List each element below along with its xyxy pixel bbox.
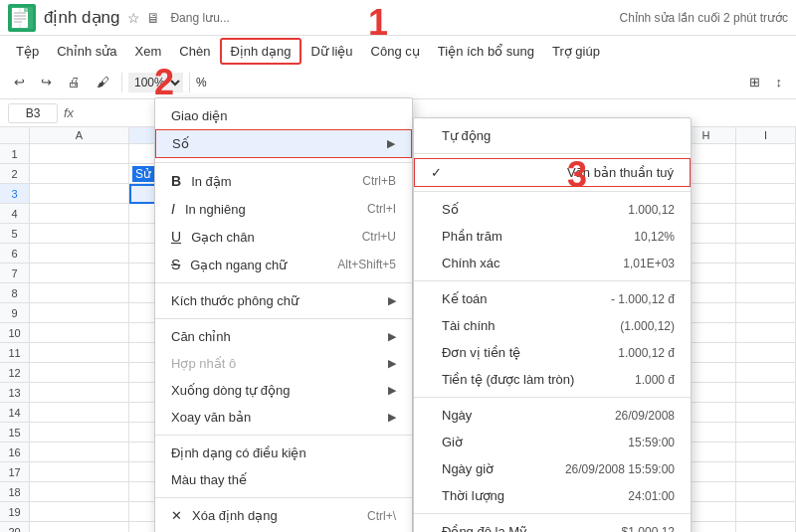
menu-alt-colors[interactable]: Màu thay thế [155, 466, 412, 493]
row-header-14[interactable]: 14 [0, 403, 29, 423]
row-header-4[interactable]: 4 [0, 204, 29, 224]
star-icon[interactable]: ☆ [127, 10, 140, 26]
italic-shortcut: Ctrl+I [347, 202, 396, 216]
cell-reference[interactable]: B3 [8, 103, 58, 123]
print-button[interactable]: 🖨 [62, 72, 87, 92]
cell-a2[interactable] [30, 164, 129, 184]
theme-label: Giao diện [171, 108, 227, 123]
plain-text-label: Văn bản thuần tuý [567, 165, 674, 180]
row-header-13[interactable]: 13 [0, 383, 29, 403]
col-header-i[interactable]: I [736, 127, 796, 143]
menu-view[interactable]: Xem [127, 40, 170, 63]
clear-label: Xóa định dạng [192, 508, 278, 523]
row-header-3[interactable]: 3 [0, 184, 29, 204]
menu-theme[interactable]: Giao diện [155, 102, 412, 129]
menu-tools[interactable]: Công cụ [363, 40, 428, 63]
row-header-16[interactable]: 16 [0, 443, 29, 462]
row-header-8[interactable]: 8 [0, 283, 29, 303]
submenu-scientific[interactable]: Chính xác 1,01E+03 [414, 250, 691, 276]
date-label: Ngày [442, 408, 472, 423]
menu-merge[interactable]: Hợp nhất ô ▶ [155, 350, 412, 377]
menu-edit[interactable]: Chỉnh sửa [49, 40, 124, 63]
zoom-select[interactable]: 100% [128, 73, 183, 92]
currency-rounded-label: Tiền tệ (được làm tròn) [442, 372, 574, 387]
cell-a4[interactable] [30, 204, 129, 224]
cell-i2[interactable] [736, 164, 796, 184]
save-status: Đang lưu... [170, 11, 229, 25]
row-header-12[interactable]: 12 [0, 363, 29, 383]
row-header-2[interactable]: 2 [0, 164, 29, 184]
submenu-duration[interactable]: Thời lượng 24:01:00 [414, 482, 691, 509]
title-icons: ☆ 🖥 Đang lưu... [127, 10, 229, 26]
menu-help[interactable]: Trợ giúp [544, 40, 608, 63]
expand-button[interactable]: ↕ [770, 72, 789, 92]
italic-label: In nghiêng [185, 202, 246, 217]
row-header-7[interactable]: 7 [0, 264, 29, 283]
row-header-1[interactable]: 1 [0, 144, 29, 164]
menu-data[interactable]: Dữ liệu [303, 40, 361, 63]
row-header-20[interactable]: 20 [0, 522, 29, 532]
menu-wrap[interactable]: Xuống dòng tự động ▶ [155, 377, 412, 404]
menu-conditional[interactable]: Định dạng có điều kiện [155, 440, 412, 466]
menu-rotate[interactable]: Xoay văn bản ▶ [155, 404, 412, 431]
submenu-plain-text[interactable]: ✓ Văn bản thuần tuý [414, 158, 691, 187]
row-header-9[interactable]: 9 [0, 303, 29, 323]
menu-bold[interactable]: B In đậm Ctrl+B [155, 167, 412, 195]
row-header-6[interactable]: 6 [0, 244, 29, 264]
toolbar-divider-1 [121, 73, 122, 92]
toolbar: ↩ ↪ 🖨 🖌 100% % ⊞ ↕ [0, 66, 796, 99]
submenu-auto[interactable]: Tự động [414, 122, 691, 149]
menu-clear-format[interactable]: ✕ Xóa định dạng Ctrl+\ [155, 502, 412, 529]
rotate-label: Xoay văn bản [171, 410, 251, 425]
menu-file[interactable]: Tệp [8, 40, 47, 63]
submenu-number[interactable]: Số 1.000,12 [414, 196, 691, 223]
cell-a3[interactable] [30, 184, 129, 204]
col-header-a[interactable]: A [30, 127, 129, 143]
menu-insert[interactable]: Chèn [171, 40, 218, 63]
font-size-arrow-icon: ▶ [388, 294, 396, 307]
submenu-divider-5 [414, 513, 691, 514]
submenu-currency-rounded[interactable]: Tiền tệ (được làm tròn) 1.000 đ [414, 366, 691, 393]
menu-underline[interactable]: U Gạch chân Ctrl+U [155, 223, 412, 251]
redo-button[interactable]: ↪ [35, 72, 58, 92]
menu-format[interactable]: Định dạng [220, 38, 300, 65]
row-header-19[interactable]: 19 [0, 502, 29, 522]
row-header-18[interactable]: 18 [0, 482, 29, 502]
submenu-date[interactable]: Ngày 26/09/2008 [414, 402, 691, 429]
financial-label: Tài chính [442, 318, 495, 333]
row-header-10[interactable]: 10 [0, 323, 29, 343]
menu-font-size[interactable]: Kích thước phông chữ ▶ [155, 287, 412, 314]
menu-bar: Tệp Chỉnh sửa Xem Chèn Định dạng Dữ liệu… [0, 36, 796, 66]
submenu-currency[interactable]: Đơn vị tiền tệ 1.000,12 đ [414, 339, 691, 366]
row-header-5[interactable]: 5 [0, 224, 29, 244]
menu-strikethrough[interactable]: S Gạch ngang chữ Alt+Shift+5 [155, 251, 412, 278]
cell-a1[interactable] [30, 144, 129, 164]
submenu-datetime[interactable]: Ngày giờ 26/09/2008 15:59:00 [414, 455, 691, 482]
cell-i3[interactable] [736, 184, 796, 204]
number-label: Số [172, 136, 189, 151]
submenu-percent[interactable]: Phần trăm 10,12% [414, 223, 691, 250]
paint-format-button[interactable]: 🖌 [91, 72, 115, 92]
auto-label: Tự động [442, 128, 491, 143]
cell-i1[interactable] [736, 144, 796, 164]
row-header-11[interactable]: 11 [0, 343, 29, 363]
submenu-accounting[interactable]: Kế toán - 1.000,12 đ [414, 285, 691, 312]
menu-italic[interactable]: I In nghiêng Ctrl+I [155, 195, 412, 223]
undo-button[interactable]: ↩ [8, 72, 31, 92]
bold-icon: B [171, 173, 181, 189]
number-submenu: Tự động ✓ Văn bản thuần tuý Số 1.000,12 … [413, 117, 692, 532]
clear-icon: ✕ [171, 508, 182, 523]
submenu-time[interactable]: Giờ 15:59:00 [414, 429, 691, 455]
cloud-icon: 🖥 [146, 10, 160, 26]
strikethrough-shortcut: Alt+Shift+5 [317, 258, 396, 271]
menu-align[interactable]: Căn chỉnh ▶ [155, 323, 412, 350]
more-options-button[interactable]: ⊞ [743, 72, 766, 92]
menu-number[interactable]: Số ▶ [155, 129, 412, 158]
row-header-17[interactable]: 17 [0, 462, 29, 482]
row-header-15[interactable]: 15 [0, 423, 29, 443]
submenu-usd[interactable]: Đồng đô la Mỹ $1.000,12 [414, 518, 691, 532]
submenu-financial[interactable]: Tài chính (1.000,12) [414, 312, 691, 339]
cell-i4[interactable] [736, 204, 796, 224]
menu-addons[interactable]: Tiện ích bổ sung [430, 40, 542, 63]
percent-value: 10,12% [614, 230, 675, 244]
